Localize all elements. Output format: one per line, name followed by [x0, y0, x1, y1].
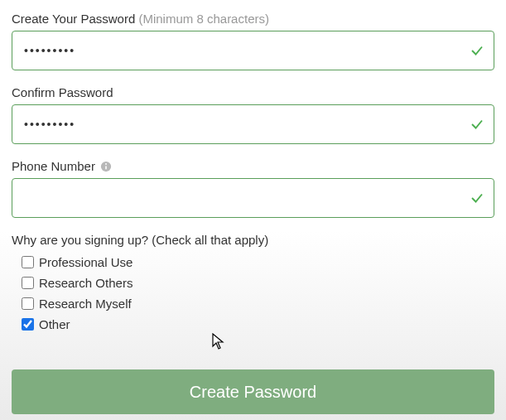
checkbox-research-myself[interactable]	[22, 297, 34, 310]
phone-input[interactable]	[12, 178, 494, 218]
confirm-password-input[interactable]	[12, 104, 494, 144]
confirm-password-label: Confirm Password	[12, 85, 113, 99]
svg-rect-1	[105, 166, 107, 169]
info-icon[interactable]	[100, 161, 112, 172]
option-research-myself[interactable]: Research Myself	[22, 297, 494, 311]
signup-reason-label: Why are you signing up?	[12, 233, 148, 247]
checkbox-other[interactable]	[22, 318, 34, 331]
option-research-others[interactable]: Research Others	[22, 276, 494, 290]
password-label: Create Your Password	[12, 12, 135, 26]
password-hint: (Minimum 8 characters)	[138, 12, 269, 26]
checkbox-professional-use[interactable]	[22, 256, 34, 268]
checkbox-research-others[interactable]	[22, 277, 34, 289]
phone-label: Phone Number	[12, 159, 95, 173]
svg-point-2	[105, 163, 107, 165]
option-professional-use[interactable]: Professional Use	[22, 255, 494, 269]
option-label: Other	[39, 317, 70, 331]
cursor-icon	[212, 333, 225, 351]
option-label: Research Myself	[39, 297, 132, 311]
signup-reason-hint: (Check all that apply)	[152, 233, 268, 247]
create-password-button[interactable]: Create Password	[12, 369, 494, 414]
password-input[interactable]	[12, 31, 494, 70]
option-label: Professional Use	[39, 255, 133, 269]
option-other[interactable]: Other	[22, 317, 494, 331]
option-label: Research Others	[39, 276, 133, 290]
